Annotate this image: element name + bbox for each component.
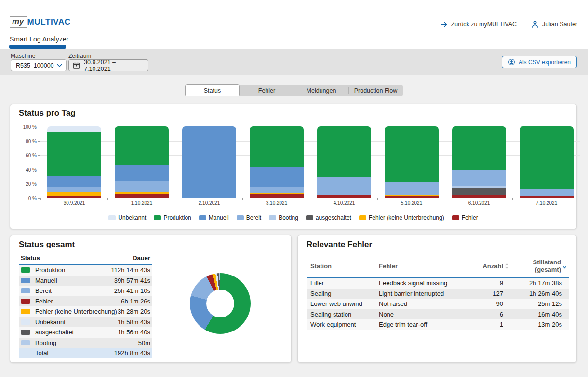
bar-segment-produktion xyxy=(385,126,439,182)
chevron-down-icon xyxy=(57,64,62,68)
relevante-fehler-header: Station Fehler Anzahl Stillstand (gesamt… xyxy=(307,259,569,278)
bar-3.10.2021 xyxy=(250,126,304,198)
tab-production-flow[interactable]: Production Flow xyxy=(348,85,403,96)
legend-swatch xyxy=(452,215,459,220)
table-row: Fehler (keine Unterbrechung)3h 28m 20s xyxy=(19,306,152,317)
legend-item-fehler[interactable]: Fehler xyxy=(452,214,478,221)
column-header-fehler: Fehler xyxy=(379,262,473,270)
column-header-status: Status xyxy=(21,254,40,262)
bar-segment-unbekannt xyxy=(47,126,101,132)
bar-segment-produktion xyxy=(47,132,101,176)
status-label: Fehler (keine Unterbrechung) xyxy=(35,308,118,315)
user-menu[interactable]: Julian Sauter xyxy=(531,20,577,28)
stillstand-cell: 25m 12s xyxy=(511,300,569,307)
x-axis-tick-label: 3.10.2021 xyxy=(243,200,310,206)
y-axis-tick-label: 60 % xyxy=(17,153,37,158)
footer-strip xyxy=(0,377,588,386)
legend-label: ausgeschaltet xyxy=(316,214,351,221)
relevante-fehler-table: Station Fehler Anzahl Stillstand (gesamt… xyxy=(307,259,569,330)
bar-segment-bereit xyxy=(47,187,101,192)
back-link-label: Zurück zu myMULTIVAC xyxy=(451,21,517,28)
anzahl-header-label: Anzahl xyxy=(482,262,503,270)
back-to-mymultivac-link[interactable]: Zurück zu myMULTIVAC xyxy=(441,21,517,28)
table-row: Fehler6h 1m 26s xyxy=(19,296,152,307)
bar-segment-fehler-keine-unterbrechung- xyxy=(47,192,101,196)
column-header-stillstand[interactable]: Stillstand (gesamt) xyxy=(511,259,569,273)
table-row: Work equipmentEdge trim tear-off113m 20s xyxy=(307,319,569,330)
anzahl-cell: 9 xyxy=(473,279,511,287)
date-range-input[interactable]: 30.9.2021 – 7.10.2021 xyxy=(68,59,148,71)
bar-segment-manuell xyxy=(250,167,304,187)
status-duration: 1h 58m 43s xyxy=(118,318,150,326)
legend-item-ausgeschaltet[interactable]: ausgeschaltet xyxy=(306,214,351,221)
column-header-anzahl[interactable]: Anzahl xyxy=(473,262,511,270)
x-axis-tick-label: 1.10.2021 xyxy=(108,200,175,206)
legend-item-booting[interactable]: Booting xyxy=(269,214,298,221)
date-range-value: 30.9.2021 – 7.10.2021 xyxy=(84,59,144,72)
x-axis-tick-label: 7.10.2021 xyxy=(513,200,580,206)
x-axis-tick xyxy=(107,198,108,200)
app-header: my MULTIVAC Zurück zu myMULTIVAC Julian … xyxy=(0,0,588,49)
status-label: ausgeschaltet xyxy=(35,329,118,336)
legend-item-unbekannt[interactable]: Unbekannt xyxy=(108,214,146,221)
header-actions: Zurück zu myMULTIVAC Julian Sauter xyxy=(441,20,577,28)
bar-segment-manuell xyxy=(182,126,236,198)
station-cell: Work equipment xyxy=(307,321,379,328)
stillstand-cell: 2h 17m 38s xyxy=(511,279,569,287)
anzahl-cell: 127 xyxy=(473,290,511,297)
bar-6.10.2021 xyxy=(452,126,506,198)
bar-segment-produktion xyxy=(115,126,169,165)
status-color-chip xyxy=(21,319,30,325)
user-icon xyxy=(531,20,539,28)
status-label: Booting xyxy=(35,339,138,346)
y-axis-tick-label: 80 % xyxy=(17,138,37,144)
bar-segment-fehler xyxy=(317,195,371,198)
export-csv-label: Als CSV exportieren xyxy=(519,59,571,66)
tab-fehler[interactable]: Fehler xyxy=(240,85,294,96)
status-color-chip xyxy=(21,340,30,345)
tab-meldungen[interactable]: Meldungen xyxy=(294,85,348,96)
legend-label: Booting xyxy=(279,214,298,221)
machine-select-value: R535_100000 xyxy=(16,62,54,69)
x-axis-tick-label: 5.10.2021 xyxy=(378,200,445,206)
table-row: Manuell39h 57m 41s xyxy=(19,276,152,286)
legend-item-fehler-keine-unterbrechung-[interactable]: Fehler (keine Unterbrechung) xyxy=(359,214,444,221)
bar-segment-produktion xyxy=(520,126,574,189)
relevante-fehler-card: Relevante Fehler Station Fehler Anzahl S… xyxy=(297,235,577,363)
status-duration: 6h 1m 26s xyxy=(121,298,150,305)
anzahl-cell: 6 xyxy=(473,311,511,318)
status-duration: 112h 14m 43s xyxy=(111,266,150,274)
bar-segment-ausgeschaltet xyxy=(452,188,506,195)
table-row: FillerFeedback signal missing92h 17m 38s xyxy=(307,278,569,289)
active-tab-indicator xyxy=(9,45,66,49)
tab-status[interactable]: Status xyxy=(185,84,240,96)
relevante-fehler-title: Relevante Fehler xyxy=(307,240,372,249)
tab-smart-log-analyzer[interactable]: Smart Log Analyzer xyxy=(10,35,68,43)
bar-segment-fehler xyxy=(520,196,574,198)
bar-7.10.2021 xyxy=(520,126,574,198)
machine-select[interactable]: R535_100000 xyxy=(11,59,67,71)
fehler-cell: Feedback signal missing xyxy=(379,279,473,287)
y-axis-tick-label: 100 % xyxy=(17,124,37,130)
station-cell: Filler xyxy=(307,279,379,287)
legend-item-manuell[interactable]: Manuell xyxy=(199,214,229,221)
status-color-chip xyxy=(21,267,30,273)
legend-swatch xyxy=(306,215,313,220)
x-axis-tick xyxy=(377,198,378,200)
anzahl-cell: 1 xyxy=(473,321,511,328)
status-pro-tag-title: Status pro Tag xyxy=(19,109,76,118)
legend-item-bereit[interactable]: Bereit xyxy=(237,214,261,221)
stillstand-cell: 16m 40s xyxy=(511,311,569,318)
x-axis-tick-label: 30.9.2021 xyxy=(40,200,108,206)
station-cell: Sealing xyxy=(307,290,379,297)
bar-segment-fehler xyxy=(385,196,439,198)
stillstand-header-label: Stillstand (gesamt) xyxy=(511,259,561,273)
arrow-right-icon xyxy=(441,21,448,28)
export-csv-button[interactable]: Als CSV exportieren xyxy=(502,56,577,68)
status-color-chip xyxy=(21,299,30,304)
bar-segment-bereit xyxy=(520,189,574,196)
legend-item-produktion[interactable]: Produktion xyxy=(154,214,191,221)
bar-segment-manuell xyxy=(115,165,169,180)
mymultivac-logo[interactable]: my MULTIVAC xyxy=(10,16,71,28)
bar-4.10.2021 xyxy=(317,126,371,198)
